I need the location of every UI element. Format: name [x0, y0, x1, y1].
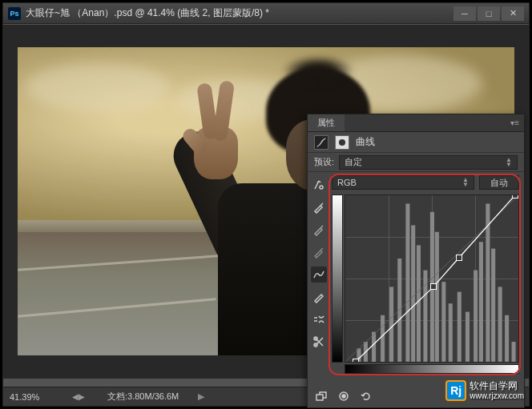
preset-label: 预设: [314, 156, 334, 168]
preset-value: 自定 [345, 156, 362, 168]
watermark-logo: Rj [445, 380, 466, 401]
channel-dropdown[interactable]: RGB ▲▼ [332, 175, 474, 190]
maximize-button[interactable]: □ [478, 6, 500, 21]
svg-rect-20 [479, 242, 483, 362]
svg-rect-6 [381, 315, 385, 362]
curves-adjustment-icon[interactable] [314, 135, 328, 150]
svg-rect-5 [372, 332, 376, 362]
output-gradient [332, 194, 343, 363]
svg-rect-10 [411, 225, 415, 362]
curves-editor: RGB ▲▼ 自动 [330, 172, 524, 407]
view-previous-icon[interactable] [337, 390, 351, 403]
svg-rect-21 [486, 203, 490, 362]
channel-value: RGB [337, 178, 357, 187]
titlebar[interactable]: Ps 大眼仔~旭 （Anan）.psd @ 41.4% (曲线 2, 图层蒙版/… [3, 3, 529, 24]
mask-icon[interactable] [335, 135, 349, 150]
pencil-tool[interactable] [311, 289, 327, 305]
panel-tabs: 属性 ▾≡ [308, 114, 524, 132]
svg-rect-16 [449, 303, 453, 362]
svg-point-0 [320, 186, 323, 189]
preset-row: 预设: 自定 ▲▼ [308, 153, 524, 172]
svg-rect-27 [316, 395, 323, 400]
preset-dropdown[interactable]: 自定 ▲▼ [339, 155, 518, 170]
watermark: Rj 软件自学网 www.rjzxw.com [445, 380, 524, 401]
eyedropper-black-tool[interactable] [311, 199, 327, 215]
dropdown-arrows-icon: ▲▼ [506, 158, 512, 167]
curve-control-point[interactable] [353, 359, 359, 363]
svg-rect-8 [397, 259, 401, 362]
panel-menu-icon[interactable]: ▾≡ [506, 118, 524, 127]
watermark-url: www.rjzxw.com [470, 391, 524, 400]
svg-rect-25 [512, 342, 516, 362]
document-title: 大眼仔~旭 （Anan）.psd @ 41.4% (曲线 2, 图层蒙版/8) … [26, 6, 453, 20]
close-button[interactable]: ✕ [502, 6, 524, 21]
svg-rect-14 [435, 232, 439, 362]
minimize-button[interactable]: ─ [453, 6, 476, 21]
svg-rect-22 [491, 249, 495, 362]
dropdown-arrows-icon: ▲▼ [462, 178, 469, 187]
adjustment-title: 曲线 [356, 135, 375, 149]
nav-icon[interactable]: ◀▶ [72, 392, 85, 401]
svg-rect-15 [441, 282, 445, 362]
svg-point-29 [342, 395, 345, 398]
tab-properties[interactable]: 属性 [308, 114, 345, 131]
reset-icon[interactable] [359, 390, 373, 403]
svg-rect-7 [389, 287, 393, 362]
svg-rect-12 [423, 271, 427, 362]
smooth-tool[interactable] [311, 311, 327, 327]
svg-rect-23 [498, 287, 502, 362]
zoom-level[interactable]: 41.39% [10, 392, 58, 402]
svg-rect-9 [405, 203, 409, 362]
panel-footer [314, 390, 373, 403]
eyedropper-gray-tool[interactable] [311, 222, 327, 238]
clip-tool[interactable] [311, 334, 327, 350]
watermark-name: 软件自学网 [470, 381, 524, 391]
svg-rect-18 [466, 312, 470, 362]
document-info: 文档:3.80M/36.6M [107, 391, 179, 403]
edit-points-tool[interactable] [311, 267, 327, 283]
target-adjust-tool[interactable] [311, 177, 327, 193]
clip-to-layer-icon[interactable] [314, 390, 328, 403]
svg-rect-24 [505, 315, 509, 362]
svg-rect-11 [417, 245, 421, 362]
properties-panel: 属性 ▾≡ 曲线 预设: 自定 ▲▼ [307, 114, 525, 408]
curve-control-point[interactable] [430, 283, 437, 290]
auto-button[interactable]: 自动 [479, 175, 519, 190]
eyedropper-white-tool[interactable] [311, 244, 327, 260]
app-icon: Ps [8, 7, 21, 20]
curve-control-point[interactable] [456, 255, 462, 261]
curves-graph[interactable] [345, 194, 519, 363]
panel-header: 曲线 [308, 132, 524, 153]
svg-rect-4 [364, 342, 368, 362]
info-menu-icon[interactable]: ▶ [198, 391, 204, 402]
input-gradient [345, 364, 519, 374]
app-window: Ps 大眼仔~旭 （Anan）.psd @ 41.4% (曲线 2, 图层蒙版/… [2, 2, 530, 407]
svg-rect-17 [457, 292, 461, 362]
curve-control-point[interactable] [512, 194, 518, 198]
curves-tools [308, 172, 330, 407]
histogram [345, 195, 518, 362]
svg-rect-19 [474, 271, 478, 362]
